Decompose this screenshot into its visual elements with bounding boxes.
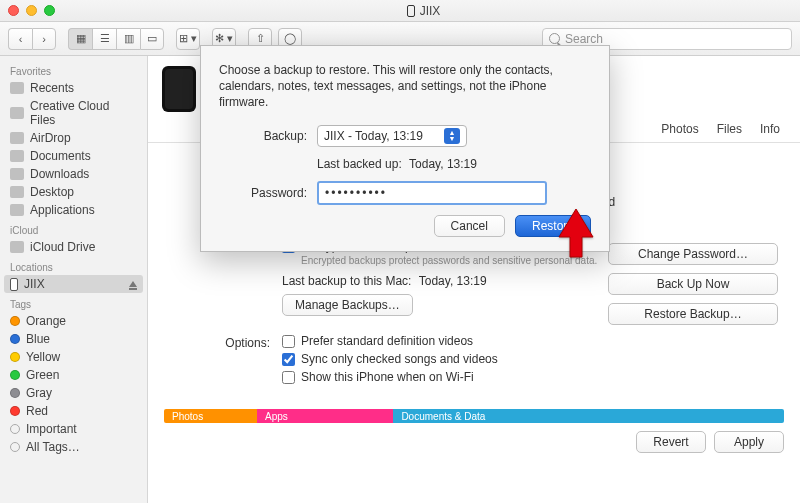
select-arrows-icon: ▲▼ [444, 128, 460, 144]
tab-files[interactable]: Files [717, 122, 742, 136]
tag-icon [10, 442, 20, 452]
view-gallery[interactable]: ▭ [140, 28, 164, 50]
cancel-button[interactable]: Cancel [434, 215, 505, 237]
view-icons[interactable]: ▦ [68, 28, 92, 50]
storage-bar: PhotosAppsDocuments & Data [164, 409, 784, 423]
sidebar-tag-yellow[interactable]: Yellow [0, 348, 147, 366]
revert-button[interactable]: Revert [636, 431, 706, 453]
sidebar-item-device[interactable]: JIIX [4, 275, 143, 293]
folder-icon [10, 107, 24, 119]
backup-now-button[interactable]: Back Up Now [608, 273, 778, 295]
sidebar-item-applications[interactable]: Applications [0, 201, 147, 219]
sidebar-item-downloads[interactable]: Downloads [0, 165, 147, 183]
minimize-window[interactable] [26, 5, 37, 16]
folder-icon [10, 168, 24, 180]
eject-icon[interactable] [129, 281, 137, 287]
sidebar-group-icloud: iCloud [0, 219, 147, 238]
option-sync[interactable]: Sync only checked songs and videos [282, 352, 776, 366]
sidebar-tag-orange[interactable]: Orange [0, 312, 147, 330]
tag-dot-icon [10, 334, 20, 344]
sidebar-item-desktop[interactable]: Desktop [0, 183, 147, 201]
dialog-last-label: Last backed up: [317, 157, 402, 171]
option-wifi[interactable]: Show this iPhone when on Wi-Fi [282, 370, 776, 384]
sidebar-group-tags: Tags [0, 293, 147, 312]
password-label: Password: [219, 186, 317, 200]
nav-buttons: ‹ › [8, 28, 56, 50]
sidebar-item-important[interactable]: Important [0, 420, 147, 438]
device-image [162, 66, 196, 112]
last-backup-value: Today, 13:19 [419, 274, 487, 288]
restore-backup-button[interactable]: Restore Backup… [608, 303, 778, 325]
device-icon [407, 5, 415, 17]
titlebar: JIIX [0, 0, 800, 22]
folder-icon [10, 150, 24, 162]
phone-icon [10, 278, 18, 291]
backup-select[interactable]: JIIX - Today, 13:19 ▲▼ [317, 125, 467, 147]
search-icon [549, 33, 560, 44]
close-window[interactable] [8, 5, 19, 16]
storage-segment-documents-data: Documents & Data [393, 409, 784, 423]
tag-dot-icon [10, 316, 20, 326]
back-button[interactable]: ‹ [8, 28, 32, 50]
sidebar-tag-green[interactable]: Green [0, 366, 147, 384]
search-placeholder: Search [565, 32, 603, 46]
storage-segment-photos: Photos [164, 409, 257, 423]
change-password-button[interactable]: Change Password… [608, 243, 778, 265]
view-switcher: ▦ ☰ ▥ ▭ [68, 28, 164, 50]
sidebar-group-locations: Locations [0, 256, 147, 275]
apps-icon [10, 204, 24, 216]
restore-dialog: Choose a backup to restore. This will re… [200, 45, 610, 252]
tag-icon [10, 424, 20, 434]
apply-button[interactable]: Apply [714, 431, 784, 453]
restore-button[interactable]: Restore [515, 215, 591, 237]
sidebar-tag-blue[interactable]: Blue [0, 330, 147, 348]
tag-dot-icon [10, 352, 20, 362]
option-sd[interactable]: Prefer standard definition videos [282, 334, 776, 348]
manage-backups-button[interactable]: Manage Backups… [282, 294, 413, 316]
sidebar-item-airdrop[interactable]: AirDrop [0, 129, 147, 147]
recents-icon [10, 82, 24, 94]
icloud-icon [10, 241, 24, 253]
sidebar: Favorites Recents Creative Cloud Files A… [0, 56, 148, 503]
tag-dot-icon [10, 370, 20, 380]
last-backup-label: Last backup to this Mac: [282, 274, 411, 288]
sidebar-item-documents[interactable]: Documents [0, 147, 147, 165]
dialog-last-value: Today, 13:19 [409, 157, 477, 171]
airdrop-icon [10, 132, 24, 144]
tab-photos[interactable]: Photos [661, 122, 698, 136]
sidebar-group-favorites: Favorites [0, 60, 147, 79]
folder-icon [10, 186, 24, 198]
storage-segment-apps: Apps [257, 409, 393, 423]
sidebar-tag-gray[interactable]: Gray [0, 384, 147, 402]
backup-select-label: Backup: [219, 129, 317, 143]
window-title: JIIX [55, 4, 792, 18]
zoom-window[interactable] [44, 5, 55, 16]
sidebar-tag-red[interactable]: Red [0, 402, 147, 420]
options-label: Options: [172, 334, 282, 350]
sidebar-item-creative-cloud[interactable]: Creative Cloud Files [0, 97, 147, 129]
forward-button[interactable]: › [32, 28, 56, 50]
tag-dot-icon [10, 406, 20, 416]
dialog-message: Choose a backup to restore. This will re… [219, 62, 591, 111]
sidebar-item-all-tags[interactable]: All Tags… [0, 438, 147, 456]
tab-info[interactable]: Info [760, 122, 780, 136]
sidebar-item-icloud-drive[interactable]: iCloud Drive [0, 238, 147, 256]
arrange-menu[interactable]: ⊞ ▾ [176, 28, 200, 50]
password-field[interactable]: •••••••••• [317, 181, 547, 205]
sidebar-item-recents[interactable]: Recents [0, 79, 147, 97]
view-columns[interactable]: ▥ [116, 28, 140, 50]
view-list[interactable]: ☰ [92, 28, 116, 50]
tag-dot-icon [10, 388, 20, 398]
